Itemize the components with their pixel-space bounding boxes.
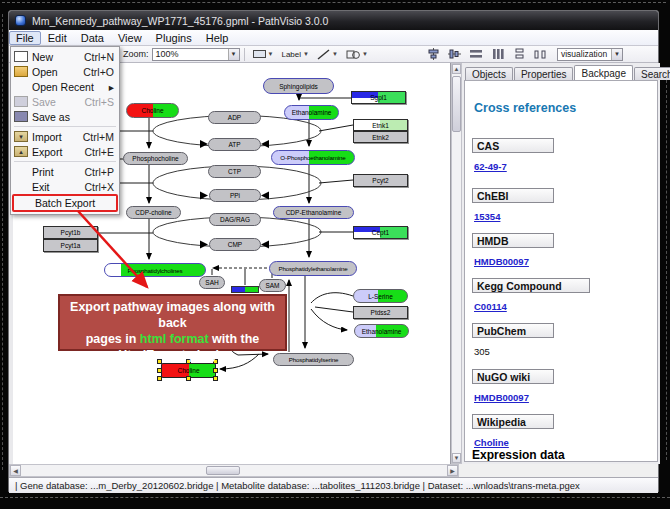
section-header-pubchem: PubChem bbox=[472, 323, 554, 338]
kegg-link[interactable]: C00114 bbox=[474, 301, 507, 312]
menu-edit[interactable]: Edit bbox=[41, 31, 74, 45]
zoom-combobox[interactable]: 100% ▼ bbox=[152, 48, 240, 61]
node-sam[interactable]: SAM bbox=[259, 279, 286, 292]
chevron-down-icon[interactable]: ▼ bbox=[611, 49, 622, 60]
section-header-nugo: NuGO wiki bbox=[472, 369, 554, 384]
backpage-content: Cross references CAS 62-49-7 ChEBI 15354… bbox=[464, 80, 658, 462]
node-cdp-ethanolamine[interactable]: CDP-Ethanolamine bbox=[273, 206, 354, 219]
node-ppi[interactable]: PPi bbox=[209, 189, 261, 202]
node-sah[interactable]: SAH bbox=[199, 276, 225, 289]
shape-icon bbox=[346, 49, 360, 60]
selection-handle[interactable] bbox=[157, 368, 162, 373]
node-ethanolamine-top[interactable]: Ethanolamine bbox=[284, 105, 339, 120]
node-phosphatidylethanolamine[interactable]: Phosphatidylethanolamine bbox=[269, 261, 357, 276]
node-cmp[interactable]: CMP bbox=[209, 238, 261, 251]
menu-data[interactable]: Data bbox=[74, 31, 111, 45]
app-window: Mm_Kennedy_pathway_WP1771_45176.gpml - P… bbox=[8, 10, 659, 492]
node-ethanolamine-bottom[interactable]: Ethanolamine bbox=[354, 324, 409, 338]
menu-item-batch-export[interactable]: Batch Export bbox=[14, 196, 116, 210]
genebox-pcyt2[interactable]: Pcyt2 bbox=[353, 174, 408, 187]
menu-item-save[interactable]: Save Ctrl+S bbox=[11, 94, 119, 109]
node-choline-top[interactable]: Choline bbox=[126, 103, 179, 118]
cross-references-heading: Cross references bbox=[474, 101, 576, 115]
node-atp[interactable]: ATP bbox=[208, 138, 261, 151]
line-tool-button[interactable]: ▼ bbox=[314, 47, 341, 61]
node-cdp-choline[interactable]: CDP-choline bbox=[126, 206, 181, 219]
menu-item-save-as[interactable]: Save as bbox=[11, 109, 119, 124]
section-header-hmdb: HMDB bbox=[472, 233, 554, 248]
visualization-combobox[interactable]: visualization ▼ bbox=[557, 48, 623, 61]
stack-vertical-button[interactable] bbox=[510, 47, 529, 61]
node-adp[interactable]: ADP bbox=[208, 111, 261, 124]
scroll-left-button[interactable]: ◀ bbox=[10, 465, 21, 476]
genebox-pcyt1a[interactable]: Pcyt1a bbox=[43, 239, 98, 252]
node-dag[interactable]: DAG/RAG bbox=[209, 213, 261, 226]
genebox-pcyt1b[interactable]: Pcyt1b bbox=[43, 226, 98, 239]
menu-item-exit[interactable]: Exit Ctrl+X bbox=[11, 179, 119, 194]
menu-item-new[interactable]: New Ctrl+N bbox=[11, 49, 119, 64]
side-panel: Objects Properties Backpage Search Legen… bbox=[462, 63, 660, 464]
marquee-dash-right bbox=[666, 80, 667, 460]
chebi-link[interactable]: 15354 bbox=[474, 211, 500, 222]
genebox-ptdss2[interactable]: Ptdss2 bbox=[353, 306, 408, 319]
pubchem-value: 305 bbox=[474, 346, 490, 357]
genebox-sgpl1[interactable]: Sgpl1 bbox=[351, 91, 406, 104]
canvas-vertical-scrollbar[interactable]: ▲ ▼ bbox=[451, 63, 462, 464]
tab-search[interactable]: Search bbox=[634, 67, 670, 80]
genebox-cept1[interactable]: Cept1 bbox=[353, 226, 408, 239]
shape-tool-button[interactable]: ▼ bbox=[343, 47, 371, 61]
node-phosphatidylserine[interactable]: Phosphatidylserine bbox=[273, 353, 354, 366]
canvas-horizontal-scrollbar[interactable]: ◀ ▶ bbox=[9, 464, 459, 477]
distribute-horizontal-icon bbox=[469, 48, 483, 60]
label-tool-button[interactable]: Label▼ bbox=[278, 47, 312, 61]
genebox-etnk2[interactable]: Etnk2 bbox=[353, 131, 408, 143]
scrollbar-thumb[interactable] bbox=[452, 76, 461, 132]
stack-horizontal-icon bbox=[534, 48, 547, 60]
section-header-wikipedia: Wikipedia bbox=[472, 414, 554, 429]
selection-handle[interactable] bbox=[157, 376, 162, 381]
menu-item-export[interactable]: ▴ Export Ctrl+E bbox=[11, 144, 119, 159]
scroll-down-button[interactable]: ▼ bbox=[452, 453, 461, 463]
align-center-y-button[interactable] bbox=[445, 47, 464, 61]
title-bar[interactable]: Mm_Kennedy_pathway_WP1771_45176.gpml - P… bbox=[9, 11, 658, 30]
genebox-etnk1[interactable]: Etnk1 bbox=[353, 119, 408, 131]
menu-view[interactable]: View bbox=[111, 31, 149, 45]
selection-handle[interactable] bbox=[186, 376, 191, 381]
node-sphingolipids[interactable]: Sphingolipids bbox=[263, 78, 334, 94]
chevron-down-icon[interactable]: ▼ bbox=[228, 49, 239, 60]
selection-handle[interactable] bbox=[213, 376, 218, 381]
node-o-phosphoethanolamine[interactable]: O-Phosphoethanolamine bbox=[271, 150, 355, 165]
tab-objects[interactable]: Objects bbox=[465, 67, 513, 80]
stack-vertical-icon bbox=[513, 48, 526, 60]
scroll-up-button[interactable]: ▲ bbox=[452, 64, 461, 74]
selection-handle[interactable] bbox=[213, 368, 218, 373]
menu-item-print[interactable]: Print Ctrl+P bbox=[11, 164, 119, 179]
hmdb-link[interactable]: HMDB00097 bbox=[474, 256, 529, 267]
align-center-x-button[interactable] bbox=[424, 47, 443, 61]
distribute-horizontal-button[interactable] bbox=[466, 47, 486, 61]
gene-tool-button[interactable]: ▼ bbox=[250, 47, 277, 61]
cas-link[interactable]: 62-49-7 bbox=[474, 161, 507, 172]
section-header-chebi: ChEBI bbox=[472, 188, 554, 203]
node-phosphatidylcholines[interactable]: Phosphatidylcholines bbox=[104, 263, 206, 277]
menu-item-open-recent[interactable]: Open Recent ▸ bbox=[11, 79, 119, 94]
stack-horizontal-button[interactable] bbox=[531, 47, 550, 61]
menu-item-import[interactable]: ▾ Import Ctrl+M bbox=[11, 129, 119, 144]
tab-properties[interactable]: Properties bbox=[514, 67, 574, 80]
menu-file[interactable]: File bbox=[9, 31, 41, 45]
tab-backpage[interactable]: Backpage bbox=[574, 65, 632, 80]
menu-plugins[interactable]: Plugins bbox=[149, 31, 199, 45]
menu-item-open[interactable]: Open Ctrl+O bbox=[11, 64, 119, 79]
scroll-right-button[interactable]: ▶ bbox=[447, 465, 458, 476]
nugo-link[interactable]: HMDB00097 bbox=[474, 392, 529, 403]
menu-help[interactable]: Help bbox=[199, 31, 236, 45]
hidden-genebox[interactable] bbox=[231, 286, 259, 293]
wikipedia-link[interactable]: Choline bbox=[474, 437, 509, 448]
node-phosphocholine[interactable]: Phosphocholine bbox=[123, 152, 188, 165]
menu-bar: File Edit Data View Plugins Help bbox=[9, 30, 658, 46]
node-ctp[interactable]: CTP bbox=[208, 165, 261, 178]
scrollbar-thumb[interactable] bbox=[206, 466, 240, 475]
distribute-vertical-button[interactable] bbox=[488, 47, 508, 61]
label-tool-icon: Label bbox=[281, 50, 301, 59]
node-l-serine[interactable]: L-Serine bbox=[353, 289, 408, 303]
